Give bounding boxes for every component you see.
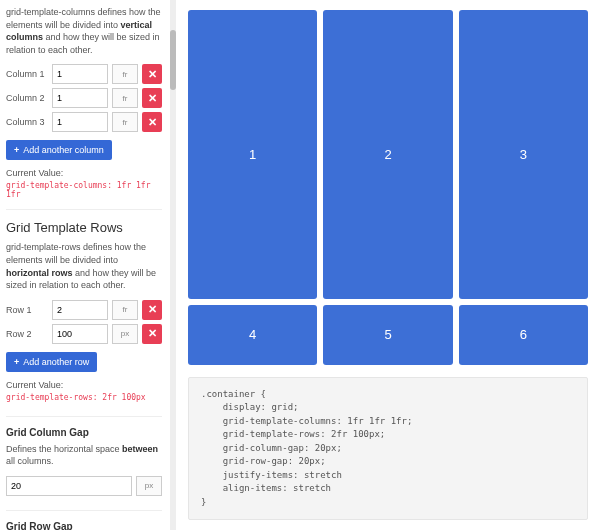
row-gap-title: Grid Row Gap [6,510,162,530]
columns-description: grid-template-columns defines how the el… [6,6,162,56]
grid-cell: 6 [459,305,588,365]
column-unit-select[interactable]: fr [112,88,138,108]
column-unit-select[interactable]: fr [112,64,138,84]
delete-row-button[interactable]: ✕ [142,324,162,344]
column-unit-select[interactable]: fr [112,112,138,132]
column-value-input[interactable] [52,64,108,84]
close-icon: ✕ [148,116,157,129]
grid-cell: 1 [188,10,317,299]
column-gap-title: Grid Column Gap [6,416,162,438]
grid-cell: 4 [188,305,317,365]
column-label: Column 1 [6,69,48,79]
close-icon: ✕ [148,68,157,81]
sidebar-scrollbar[interactable] [170,0,176,530]
delete-row-button[interactable]: ✕ [142,300,162,320]
row-row: Row 2 px ✕ [6,324,162,344]
column-label: Column 3 [6,117,48,127]
column-label: Column 2 [6,93,48,103]
grid-cell: 5 [323,305,452,365]
rows-section-title: Grid Template Rows [6,220,162,235]
row-unit-select[interactable]: px [112,324,138,344]
column-value-input[interactable] [52,88,108,108]
row-value-input[interactable] [52,324,108,344]
rows-description: grid-template-rows defines how the eleme… [6,241,162,291]
column-value-input[interactable] [52,112,108,132]
delete-column-button[interactable]: ✕ [142,112,162,132]
column-row: Column 1 fr ✕ [6,64,162,84]
column-gap-unit-select[interactable]: px [136,476,162,496]
grid-cell: 2 [323,10,452,299]
divider [6,209,162,210]
column-row: Column 2 fr ✕ [6,88,162,108]
add-column-button[interactable]: + Add another column [6,140,112,160]
delete-column-button[interactable]: ✕ [142,64,162,84]
grid-preview: 1 2 3 4 5 6 [188,10,588,365]
close-icon: ✕ [148,92,157,105]
delete-column-button[interactable]: ✕ [142,88,162,108]
scrollbar-thumb[interactable] [170,30,176,90]
column-row: Column 3 fr ✕ [6,112,162,132]
row-label: Row 1 [6,305,48,315]
columns-current-value-label: Current Value: [6,168,162,178]
close-icon: ✕ [148,303,157,316]
row-label: Row 2 [6,329,48,339]
column-gap-input[interactable] [6,476,132,496]
rows-current-value-code: grid-template-rows: 2fr 100px [6,393,162,402]
main-panel: 1 2 3 4 5 6 .container { display: grid; … [176,0,600,530]
add-row-button[interactable]: + Add another row [6,352,97,372]
sidebar: grid-template-columns defines how the el… [0,0,170,530]
css-output[interactable]: .container { display: grid; grid-templat… [188,377,588,521]
rows-current-value-label: Current Value: [6,380,162,390]
column-gap-description: Defines the horizontal space between all… [6,443,162,468]
row-row: Row 1 fr ✕ [6,300,162,320]
grid-cell: 3 [459,10,588,299]
row-value-input[interactable] [52,300,108,320]
row-unit-select[interactable]: fr [112,300,138,320]
plus-icon: + [14,357,19,367]
plus-icon: + [14,145,19,155]
columns-current-value-code: grid-template-columns: 1fr 1fr 1fr [6,181,162,199]
close-icon: ✕ [148,327,157,340]
